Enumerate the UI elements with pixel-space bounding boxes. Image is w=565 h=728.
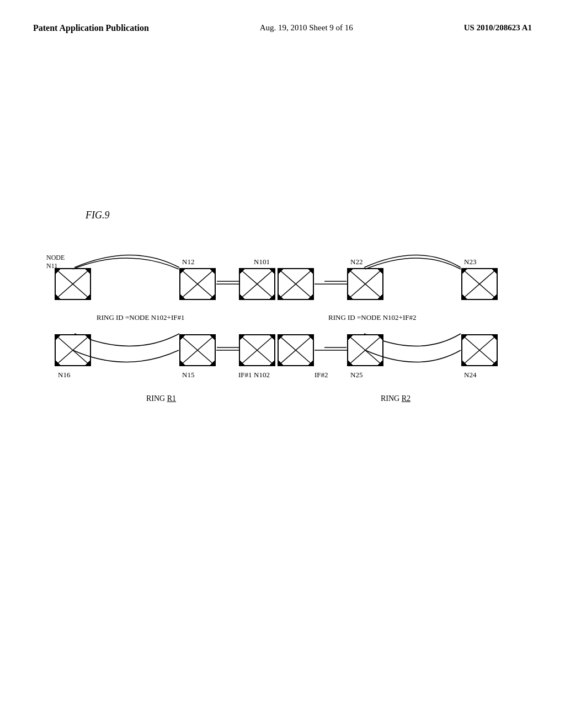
ring-id-right: RING ID =NODE N102+IF#2: [328, 313, 416, 322]
ring-arcs: [44, 237, 524, 469]
sheet-info: Aug. 19, 2010 Sheet 9 of 16: [260, 22, 353, 33]
page-header: Patent Application Publication Aug. 19, …: [0, 0, 565, 45]
publication-label: Patent Application Publication: [33, 22, 149, 34]
ring-r1-label: RING R1: [146, 394, 176, 403]
if2-label: IF#2: [315, 371, 328, 379]
ring-id-left: RING ID =NODE N102+IF#1: [97, 313, 184, 322]
patent-number: US 2010/208623 A1: [464, 22, 532, 33]
figure-label: FIG.9: [86, 210, 110, 221]
diagram-area: NODE N11 N12: [44, 237, 524, 469]
if1-label: IF#1: [238, 371, 252, 379]
ring-r2-label: RING R2: [381, 394, 411, 403]
